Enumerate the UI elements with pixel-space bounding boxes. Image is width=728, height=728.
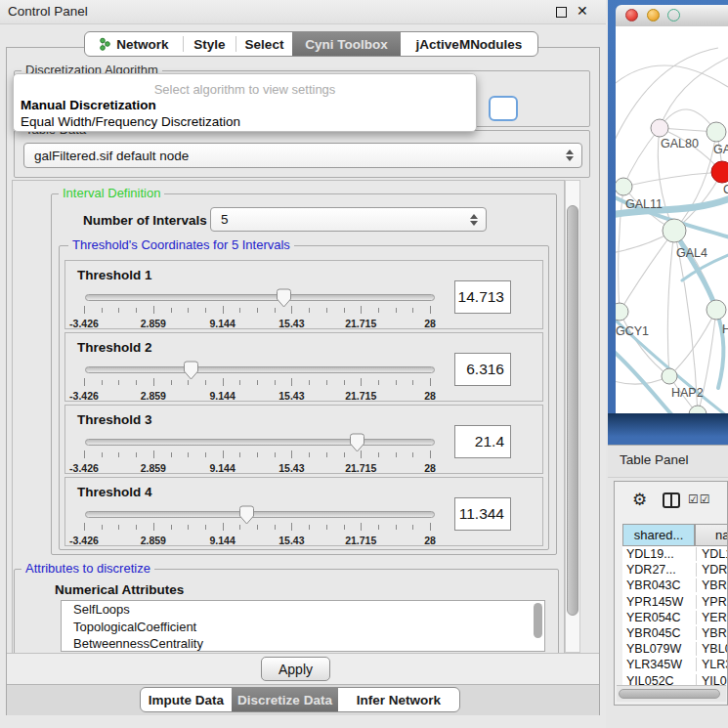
numerical-attributes-list[interactable]: SelfLoopsTopologicalCoefficientBetweenne…: [61, 600, 545, 652]
network-edge: [667, 231, 674, 376]
slider-tick: [361, 378, 362, 386]
network-edge: [623, 172, 722, 187]
table-row[interactable]: YBR043CYBR0: [622, 578, 728, 593]
zoom-traffic-light-icon[interactable]: [667, 9, 680, 21]
network-node-ga[interactable]: [707, 122, 726, 142]
threshold-value-field[interactable]: 6.316: [454, 353, 511, 386]
float-window-icon[interactable]: [556, 7, 567, 18]
horizontal-scrollbar-thumb[interactable]: [619, 689, 720, 699]
threshold-value-field[interactable]: 14.713: [454, 280, 511, 314]
slider-scale-label: 9.144: [193, 462, 252, 474]
threshold-label: Threshold 1: [77, 268, 152, 282]
close-icon[interactable]: ✕: [577, 3, 588, 19]
list-item[interactable]: TopologicalCoefficient: [62, 619, 544, 636]
vertical-scrollbar-thumb[interactable]: [567, 205, 578, 616]
table-row[interactable]: YDL19...YDL1: [622, 546, 728, 562]
threshold-label: Threshold 4: [77, 485, 152, 499]
slider-track[interactable]: [85, 366, 435, 373]
minimize-traffic-light-icon[interactable]: [647, 9, 660, 21]
threshold-slider[interactable]: -3.4262.8599.14415.4321.71528: [81, 288, 439, 329]
algorithm-combo-focus-fragment[interactable]: [489, 96, 518, 121]
table-cell: YDR27...: [622, 563, 696, 577]
table-cell: YER054C: [622, 611, 696, 624]
slider-tick: [378, 380, 379, 385]
slider-tick: [118, 452, 119, 457]
network-node-gal4[interactable]: [663, 219, 686, 242]
table-row[interactable]: YDR27...YDR2: [622, 562, 728, 578]
table-row[interactable]: YLR345WYLR3: [622, 657, 728, 672]
slider-tick: [344, 452, 345, 457]
bottom-tab-infer-network[interactable]: Infer Network: [338, 688, 459, 711]
slider-tick: [171, 308, 172, 313]
table-data-combo[interactable]: galFiltered.sif default node: [23, 143, 582, 168]
slider-tick: [223, 523, 224, 531]
list-item[interactable]: SelfLoops: [62, 601, 544, 619]
threshold-slider[interactable]: -3.4262.8599.14415.4321.71528: [81, 505, 439, 546]
network-node-gcy1[interactable]: [616, 303, 628, 321]
algorithm-dropdown-popup: Select algorithm to view settings Manual…: [13, 73, 477, 132]
slider-tick: [396, 525, 397, 530]
tab-select[interactable]: Select: [236, 32, 292, 56]
slider-scale-label: -3.426: [55, 390, 113, 402]
threshold-slider[interactable]: -3.4262.8599.14415.4321.71528: [81, 433, 439, 474]
tab-style[interactable]: Style: [184, 32, 236, 56]
slider-scale-label: 21.715: [331, 390, 390, 402]
slider-track[interactable]: [85, 294, 435, 301]
slider-thumb[interactable]: [238, 505, 255, 525]
threshold-slider[interactable]: -3.4262.8599.14415.4321.71528: [81, 361, 439, 402]
slider-thumb[interactable]: [183, 361, 199, 380]
tab-jactivemnodules[interactable]: jActiveMNodules: [401, 32, 537, 56]
apply-button[interactable]: Apply: [261, 657, 330, 681]
table-data-combo-value: galFiltered.sif default node: [34, 149, 189, 163]
table-column-header[interactable]: shared...: [622, 524, 695, 546]
algorithm-option-equal-width[interactable]: Equal Width/Frequency Discretization: [21, 114, 240, 129]
close-traffic-light-icon[interactable]: [625, 9, 638, 21]
slider-track[interactable]: [85, 439, 435, 446]
table-cell: YDL19...: [622, 547, 696, 561]
slider-tick: [430, 306, 431, 314]
threshold-value-field[interactable]: 21.4: [454, 425, 511, 458]
table-row[interactable]: YBL079WYBL0: [622, 641, 728, 657]
list-item[interactable]: BetweennessCentrality: [62, 635, 544, 652]
tab-cyni-toolbox[interactable]: Cyni Toolbox: [292, 32, 401, 56]
table-row[interactable]: YBR045CYBR0: [622, 625, 728, 641]
network-node-c[interactable]: [711, 161, 728, 183]
table-row[interactable]: YER054CYER0: [622, 610, 728, 625]
bottom-tabs: Impute DataDiscretize DataInfer Network: [140, 687, 460, 712]
slider-track[interactable]: [85, 511, 435, 518]
table-cell: YBL079W: [622, 642, 696, 656]
network-node-hap2[interactable]: [662, 368, 677, 384]
table-body: YDL19...YDL1YDR27...YDR2YBR043CYBR0YPR14…: [622, 546, 728, 685]
slider-thumb[interactable]: [349, 433, 365, 452]
slider-tick: [291, 450, 292, 458]
list-scrollbar-thumb[interactable]: [534, 603, 542, 638]
slider-tick: [326, 380, 327, 385]
slider-tick: [361, 306, 362, 314]
horizontal-scrollbar[interactable]: [617, 685, 726, 702]
gear-icon[interactable]: ⚙: [632, 490, 647, 510]
slider-tick: [326, 452, 327, 457]
slider-tick: [153, 450, 154, 458]
threshold-panel-2: Threshold 2 -3.4262.8599.14415.4321.7152…: [64, 332, 543, 402]
control-panel-tabs: NetworkStyleSelectCyni ToolboxjActiveMNo…: [84, 31, 538, 57]
tab-network[interactable]: Network: [85, 32, 183, 56]
network-node-h[interactable]: [707, 300, 726, 320]
slider-scale-label: 2.859: [124, 535, 183, 546]
tab-label: Infer Network: [357, 693, 441, 707]
threshold-value-field[interactable]: 11.344: [454, 497, 511, 531]
algorithm-option-manual[interactable]: Manual Discretization: [21, 98, 156, 112]
bottom-tab-discretize-data[interactable]: Discretize Data: [232, 688, 338, 711]
slider-tick: [102, 452, 103, 457]
checkbox-toggle-icons[interactable]: ☑☑: [688, 492, 711, 506]
number-of-intervals-combo[interactable]: 5: [210, 207, 487, 232]
network-node-gal11[interactable]: [616, 178, 632, 195]
slider-tick: [84, 523, 85, 531]
network-node-gal80[interactable]: [651, 119, 668, 137]
table-row[interactable]: YPR145WYPR1: [622, 594, 728, 610]
table-column-header[interactable]: na: [695, 524, 728, 546]
slider-thumb[interactable]: [276, 288, 292, 308]
slider-tick: [378, 452, 379, 457]
bottom-tab-impute-data[interactable]: Impute Data: [141, 688, 232, 711]
network-canvas[interactable]: GAL80GACGAL11GAL4GCY1HHAP2: [616, 26, 728, 413]
columns-icon[interactable]: [663, 492, 680, 512]
